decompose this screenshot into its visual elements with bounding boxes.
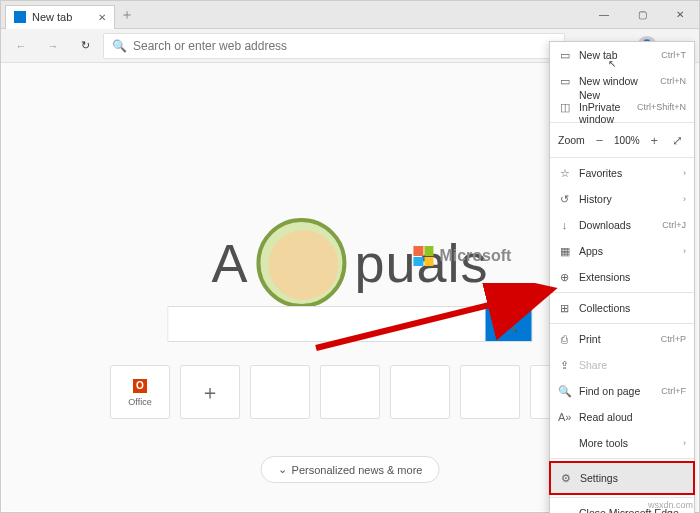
menu-settings[interactable]: ⚙ Settings ↖ — [551, 463, 693, 493]
gear-icon: ⚙ — [559, 472, 572, 485]
apps-icon: ▦ — [558, 245, 571, 258]
search-icon: 🔍 — [500, 316, 517, 332]
page-icon — [14, 11, 26, 23]
refresh-button[interactable]: ↻ — [71, 32, 99, 60]
window-icon: ▭ — [558, 75, 571, 88]
tile-label: Office — [128, 397, 151, 407]
history-icon: ↺ — [558, 193, 571, 206]
inprivate-icon: ◫ — [558, 101, 571, 114]
browser-tab[interactable]: New tab ✕ — [5, 5, 115, 29]
menu-collections[interactable]: ⊞ Collections — [550, 295, 694, 321]
forward-button: → — [39, 32, 67, 60]
titlebar: New tab ✕ ＋ — ▢ ✕ — [1, 1, 699, 29]
cursor-icon: ↖ — [608, 58, 616, 69]
news-label: Personalized news & more — [292, 464, 423, 476]
chevron-down-icon: ⌄ — [278, 463, 287, 476]
separator — [550, 157, 694, 158]
plus-icon: ＋ — [202, 384, 218, 400]
download-icon: ↓ — [558, 219, 571, 231]
zoom-label: Zoom — [558, 134, 585, 146]
personalized-news-button[interactable]: ⌄ Personalized news & more — [261, 456, 440, 483]
menu-share: ⇪ Share — [550, 352, 694, 378]
menu-zoom: Zoom − 100% + ⤢ — [550, 125, 694, 155]
ntp-search: 🔍 — [168, 306, 533, 342]
tab-title: New tab — [32, 11, 72, 23]
chevron-right-icon: › — [683, 246, 686, 256]
zoom-out-button[interactable]: − — [591, 133, 608, 148]
search-icon: 🔍 — [112, 39, 127, 53]
credit-text: wsxdn.com — [648, 500, 693, 510]
menu-apps[interactable]: ▦ Apps › — [550, 238, 694, 264]
office-icon: O — [133, 379, 147, 393]
tile-office[interactable]: O Office — [110, 365, 170, 419]
address-input[interactable] — [133, 39, 556, 53]
minimize-button[interactable]: — — [585, 1, 623, 29]
separator — [550, 292, 694, 293]
tile-empty[interactable] — [320, 365, 380, 419]
tile-add[interactable]: ＋ — [180, 365, 240, 419]
back-button[interactable]: ← — [7, 32, 35, 60]
close-window-button[interactable]: ✕ — [661, 1, 699, 29]
cartoon-face-icon — [256, 218, 346, 308]
add-tab-button[interactable]: ＋ — [115, 6, 139, 24]
menu-history[interactable]: ↺ History › — [550, 186, 694, 212]
watermark-text: A — [211, 232, 248, 294]
print-icon: ⎙ — [558, 333, 571, 345]
watermark: A puals Microsoft — [211, 218, 488, 308]
collections-icon: ⊞ — [558, 302, 571, 315]
menu-more-tools[interactable]: More tools › — [550, 430, 694, 456]
menu-new-tab[interactable]: ▭ New tab Ctrl+T — [550, 42, 694, 68]
tile-empty[interactable] — [390, 365, 450, 419]
tile-empty[interactable] — [460, 365, 520, 419]
tile-empty[interactable] — [250, 365, 310, 419]
chevron-right-icon: › — [683, 194, 686, 204]
zoom-value: 100% — [614, 135, 640, 146]
separator — [550, 497, 694, 498]
menu-read-aloud[interactable]: A» Read aloud — [550, 404, 694, 430]
menu-favorites[interactable]: ☆ Favorites › — [550, 160, 694, 186]
separator — [550, 458, 694, 459]
ntp-search-button[interactable]: 🔍 — [486, 307, 532, 341]
share-icon: ⇪ — [558, 359, 571, 372]
chevron-right-icon: › — [683, 438, 686, 448]
menu-new-inprivate[interactable]: ◫ New InPrivate window Ctrl+Shift+N — [550, 94, 694, 120]
settings-highlight: ⚙ Settings ↖ — [549, 461, 695, 495]
tab-icon: ▭ — [558, 49, 571, 62]
address-bar[interactable]: 🔍 — [103, 33, 565, 59]
microsoft-logo-icon — [413, 246, 433, 266]
menu-downloads[interactable]: ↓ Downloads Ctrl+J — [550, 212, 694, 238]
zoom-in-button[interactable]: + — [646, 133, 663, 148]
star-icon: ☆ — [558, 167, 571, 180]
fullscreen-button[interactable]: ⤢ — [669, 133, 686, 148]
separator — [550, 323, 694, 324]
chevron-right-icon: › — [683, 168, 686, 178]
menu-find[interactable]: 🔍 Find on page Ctrl+F — [550, 378, 694, 404]
extensions-icon: ⊕ — [558, 271, 571, 284]
maximize-button[interactable]: ▢ — [623, 1, 661, 29]
microsoft-brand: Microsoft — [439, 247, 511, 265]
overflow-menu: ▭ New tab Ctrl+T ▭ New window Ctrl+N ◫ N… — [549, 41, 695, 513]
close-icon[interactable]: ✕ — [98, 12, 106, 23]
top-sites: O Office ＋ — [110, 365, 590, 419]
menu-print[interactable]: ⎙ Print Ctrl+P — [550, 326, 694, 352]
read-aloud-icon: A» — [558, 411, 571, 423]
menu-extensions[interactable]: ⊕ Extensions — [550, 264, 694, 290]
ntp-search-input[interactable] — [169, 307, 486, 341]
find-icon: 🔍 — [558, 385, 571, 398]
